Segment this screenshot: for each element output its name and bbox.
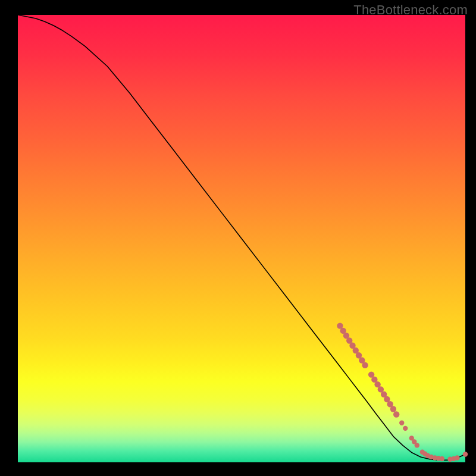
chart-stage: TheBottleneck.com [0,0,476,476]
data-point [393,411,399,417]
data-point [390,406,396,412]
data-point [440,456,444,461]
data-point [362,362,368,368]
data-point [399,421,404,425]
watermark-text: TheBottleneck.com [353,2,468,18]
data-point [455,455,459,460]
data-point [463,452,468,456]
data-point [403,426,408,431]
data-point [415,443,419,447]
chart-svg [0,0,476,476]
